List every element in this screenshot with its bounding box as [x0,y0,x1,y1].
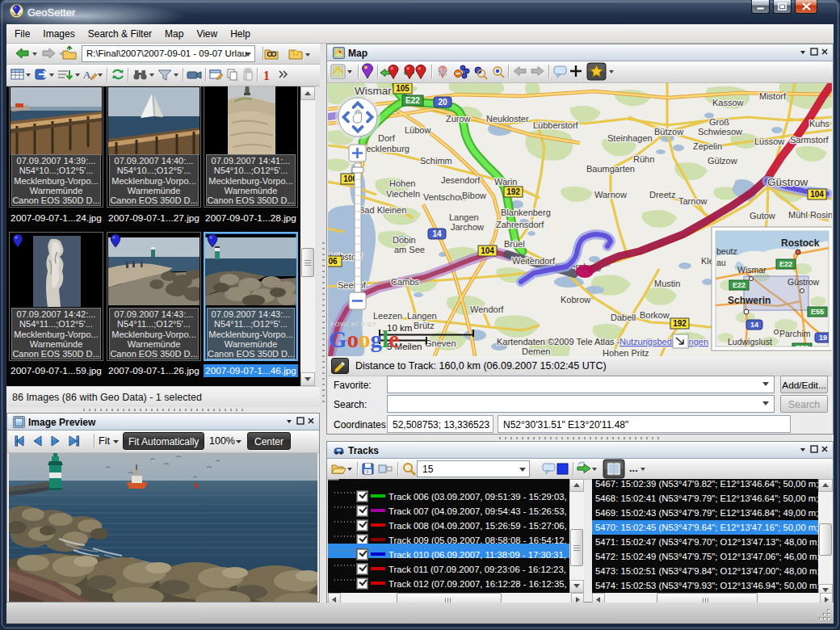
svg-text:Mühl Rosin: Mühl Rosin [788,210,832,220]
svg-text:Weitendorf: Weitendorf [512,256,556,266]
svg-text:Google: Google [329,326,399,352]
svg-text:Schimm: Schimm [420,156,452,166]
svg-text:E22: E22 [733,281,746,289]
svg-text:Dorf: Dorf [378,133,396,143]
svg-text:Rostock: Rostock [781,237,820,249]
svg-text:Demen: Demen [522,346,550,356]
svg-text:Wismar: Wismar [737,265,766,275]
svg-text:Bibow: Bibow [462,191,486,200]
svg-text:19: 19 [819,334,827,342]
svg-text:...: ... [629,462,638,474]
svg-text:E55: E55 [811,308,824,316]
svg-text:Kassow: Kassow [712,98,744,107]
svg-text:Dobin: Dobin [393,235,416,245]
svg-text:Gülzow: Gülzow [708,156,737,166]
svg-text:Brütz: Brütz [414,321,435,330]
svg-text:Güstrow: Güstrow [767,176,808,188]
svg-text:1: 1 [263,69,270,82]
svg-text:am See: am See [394,245,425,254]
svg-text:Schwerin: Schwerin [728,295,771,306]
svg-text:A: A [83,69,91,81]
svg-text:Neukloster: Neukloster [486,114,529,124]
svg-text:Blankenberg: Blankenberg [501,208,551,217]
svg-text:14: 14 [750,321,758,329]
svg-text:Parchim: Parchim [779,329,811,338]
svg-text:Bützow: Bützow [654,127,683,136]
svg-text:104: 104 [481,246,494,255]
svg-text:au: au [716,258,726,267]
svg-text:Leezen: Leezen [373,311,402,321]
svg-text:E22: E22 [405,96,420,105]
svg-text:Borkow: Borkow [640,310,670,320]
svg-text:Ventschow: Ventschow [423,192,466,202]
svg-text:14: 14 [432,229,442,238]
svg-text:beutz: beutz [716,246,737,256]
svg-text:Mistorf: Mistorf [759,91,787,101]
svg-text:Güstrow: Güstrow [788,277,820,287]
svg-text:Sarmstorf: Sarmstorf [790,135,830,145]
svg-text:Mustin: Mustin [654,279,680,288]
svg-text:Groß: Groß [709,117,729,127]
svg-text:Wendorf: Wendorf [470,304,504,314]
svg-text:Viecheln: Viecheln [386,189,420,199]
svg-text:Kartendaten ©2009 Tele Atlas -: Kartendaten ©2009 Tele Atlas - [497,337,620,346]
svg-text:105: 105 [396,84,410,93]
svg-text:Warin: Warin [494,177,517,187]
svg-text:Cambs: Cambs [391,277,419,287]
svg-text:Zurow: Zurow [446,114,471,124]
svg-text:Hohen: Hohen [389,178,415,188]
svg-text:Rühn: Rühn [633,154,654,164]
svg-text:20: 20 [438,98,447,107]
svg-text:Brüel: Brüel [504,239,525,249]
svg-text:Lüssow: Lüssow [754,136,784,146]
svg-text:Lübberstorf: Lübberstorf [533,120,579,130]
svg-text:Dabell: Dabell [611,313,636,322]
svg-text:Tarnow: Tarnow [678,196,708,206]
svg-text:192: 192 [506,187,520,196]
svg-text:192: 192 [673,319,687,328]
svg-text:104: 104 [810,190,824,199]
svg-text:Baumgarten: Baumgarten [586,164,635,174]
svg-text:Kuhs: Kuhs [809,119,830,128]
svg-text:Schwiesow: Schwiesow [698,127,742,136]
svg-text:Jarchow: Jarchow [451,222,484,232]
svg-text:Warnow: Warnow [594,190,627,200]
svg-text:Jesendorf: Jesendorf [441,175,481,185]
svg-text:Zahrensdorf: Zahrensdorf [496,220,544,229]
svg-text:Seehof: Seehof [338,280,367,290]
svg-text:Zepelin: Zepelin [693,141,722,151]
svg-text:Langen: Langen [407,311,437,321]
svg-text:Hohen Pritz: Hohen Pritz [603,348,649,356]
svg-text:Kobrow: Kobrow [561,295,590,304]
svg-text:Bad Kleinen: Bad Kleinen [359,205,406,215]
svg-text:Langen: Langen [449,212,479,222]
svg-text:Nutzungsbedingungen: Nutzungsbedingungen [620,337,708,346]
svg-text:Lübow: Lübow [405,125,430,135]
svg-text:Steinhagen: Steinhagen [607,133,653,143]
svg-text:Ludwigslust: Ludwigslust [728,337,772,346]
svg-text:06: 06 [328,257,338,266]
svg-text:Dreetz: Dreetz [649,190,675,200]
svg-text:E22: E22 [779,260,792,268]
svg-text:Gutow: Gutow [750,211,775,220]
svg-text:Gneven: Gneven [425,338,456,348]
